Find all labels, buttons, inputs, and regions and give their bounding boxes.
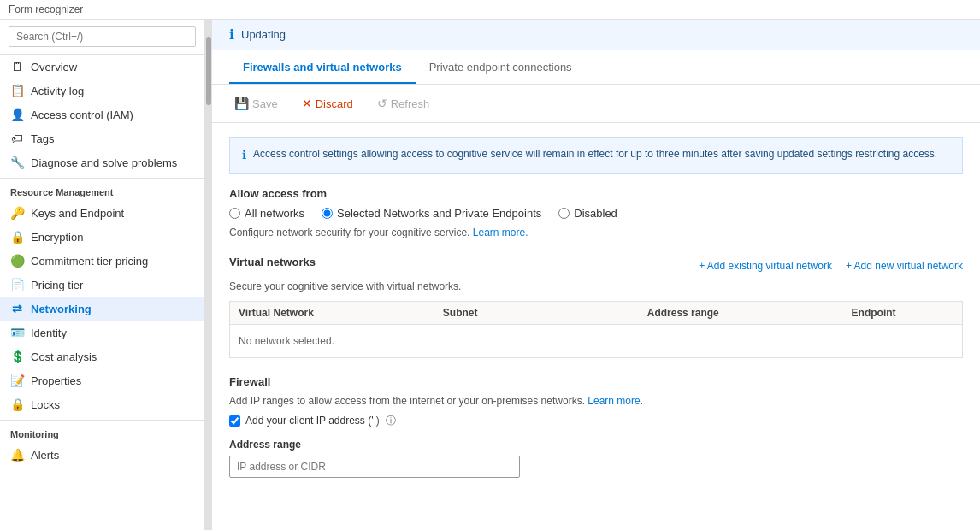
sidebar-item-label: Tags <box>31 132 54 145</box>
update-info-icon: ℹ <box>229 26 234 43</box>
identity-icon: 🪪 <box>10 326 24 339</box>
firewall-title: Firewall <box>229 375 963 388</box>
sidebar-item-keys-endpoint[interactable]: 🔑 Keys and Endpoint <box>0 201 204 225</box>
sidebar-item-label: Cost analysis <box>31 350 97 363</box>
save-icon: 💾 <box>234 97 249 110</box>
sidebar-item-label: Properties <box>31 374 81 387</box>
client-ip-row: Add your client IP address (' ) ⓘ <box>229 414 963 428</box>
search-input[interactable] <box>9 26 196 47</box>
sidebar-item-label: Networking <box>31 303 92 315</box>
tabs-bar: Firewalls and virtual networks Private e… <box>212 50 980 85</box>
info-icon: ℹ <box>242 146 246 164</box>
sidebar-item-locks[interactable]: 🔒 Locks <box>0 392 204 416</box>
commitment-tier-icon: 🟢 <box>10 254 24 268</box>
tab-firewalls[interactable]: Firewalls and virtual networks <box>229 50 416 84</box>
client-ip-label: Add your client IP address (' ) ⓘ <box>245 414 396 428</box>
resource-management-label: Resource Management <box>0 178 204 201</box>
tab-private-endpoints[interactable]: Private endpoint connections <box>416 50 586 84</box>
ip-address-input[interactable] <box>229 456 520 478</box>
no-network-message: No network selected. <box>239 335 334 347</box>
pricing-tier-icon: 📄 <box>10 278 24 292</box>
breadcrumb: Form recognizer <box>9 3 83 15</box>
sidebar-item-label: Diagnose and solve problems <box>31 156 177 169</box>
locks-icon: 🔒 <box>10 398 24 411</box>
radio-all-networks[interactable]: All networks <box>229 207 304 220</box>
sidebar-item-label: Locks <box>31 398 60 411</box>
client-ip-checkbox[interactable] <box>229 415 240 427</box>
radio-group: All networks Selected Networks and Priva… <box>229 207 963 220</box>
content-body: ℹ Access control settings allowing acces… <box>212 123 980 530</box>
col-address-range: Address range <box>647 307 852 319</box>
cost-analysis-icon: 💲 <box>10 350 24 363</box>
learn-more-link[interactable]: Learn more. <box>473 227 528 238</box>
sidebar-item-commitment-tier[interactable]: 🟢 Commitment tier pricing <box>0 249 204 273</box>
vnet-table-body: No network selected. <box>229 324 963 358</box>
col-endpoint: Endpoint <box>852 307 953 319</box>
sidebar-item-access-control[interactable]: 👤 Access control (IAM) <box>0 103 204 127</box>
firewall-learn-more-link[interactable]: Learn more. <box>587 395 643 407</box>
firewall-section: Firewall Add IP ranges to allow access f… <box>229 375 963 478</box>
sidebar-item-activity-log[interactable]: 📋 Activity log <box>0 79 204 103</box>
col-subnet: Subnet <box>443 307 647 319</box>
sidebar-item-identity[interactable]: 🪪 Identity <box>0 321 204 344</box>
add-existing-vnet-link[interactable]: + Add existing virtual network <box>699 260 832 272</box>
sidebar-item-label: Encryption <box>31 231 83 244</box>
toolbar: 💾 Save ✕ Discard ↺ Refresh <box>212 85 980 123</box>
configure-text: Configure network security for your cogn… <box>229 227 963 238</box>
sidebar-item-label: Pricing tier <box>31 279 83 292</box>
vnet-section-title: Virtual networks <box>229 256 316 268</box>
diagnose-icon: 🔧 <box>10 156 24 169</box>
sidebar-item-properties[interactable]: 📝 Properties <box>0 368 204 392</box>
info-banner: ℹ Access control settings allowing acces… <box>229 137 963 174</box>
info-text: Access control settings allowing access … <box>253 146 937 162</box>
sidebar-item-overview[interactable]: 🗒 Overview <box>0 55 204 79</box>
update-banner: ℹ Updating <box>212 20 980 50</box>
virtual-networks-section: Virtual networks + Add existing virtual … <box>229 256 963 358</box>
vnet-links: + Add existing virtual network + Add new… <box>699 260 963 272</box>
sidebar-item-encryption[interactable]: 🔒 Encryption <box>0 225 204 249</box>
sidebar-item-diagnose[interactable]: 🔧 Diagnose and solve problems <box>0 150 204 174</box>
save-button[interactable]: 💾 Save <box>229 93 283 114</box>
sidebar-scrollbar[interactable] <box>205 20 212 530</box>
sidebar-item-cost-analysis[interactable]: 💲 Cost analysis <box>0 344 204 368</box>
sidebar-item-label: Access control (IAM) <box>31 109 133 121</box>
sidebar-item-alerts[interactable]: 🔔 Alerts <box>0 443 204 467</box>
col-virtual-network: Virtual Network <box>239 307 443 319</box>
radio-selected-networks[interactable]: Selected Networks and Private Endpoints <box>322 207 541 220</box>
keys-icon: 🔑 <box>10 206 24 220</box>
tags-icon: 🏷 <box>10 132 24 145</box>
top-bar: Form recognizer <box>0 0 980 20</box>
networking-icon: ⇄ <box>10 302 24 315</box>
radio-disabled[interactable]: Disabled <box>558 207 617 220</box>
discard-icon: ✕ <box>302 97 312 110</box>
sidebar-item-networking[interactable]: ⇄ Networking <box>0 297 204 321</box>
sidebar-search-container <box>0 20 204 55</box>
overview-icon: 🗒 <box>10 60 24 74</box>
firewall-desc: Add IP ranges to allow access from the i… <box>229 395 963 407</box>
alerts-icon: 🔔 <box>10 448 24 462</box>
allow-access-section: Allow access from All networks Selected … <box>229 187 963 238</box>
vnet-header-left: Virtual networks <box>229 256 316 275</box>
allow-access-label: Allow access from <box>229 187 963 200</box>
add-new-vnet-link[interactable]: + Add new virtual network <box>846 260 963 272</box>
sidebar: 🗒 Overview 📋 Activity log 👤 Access contr… <box>0 20 205 530</box>
encryption-icon: 🔒 <box>10 230 24 244</box>
activity-log-icon: 📋 <box>10 84 24 97</box>
refresh-icon: ↺ <box>377 97 387 110</box>
vnet-desc: Secure your cognitive service with virtu… <box>229 280 963 292</box>
access-control-icon: 👤 <box>10 108 24 121</box>
scrollbar-thumb <box>206 37 211 105</box>
sidebar-item-label: Identity <box>31 327 67 339</box>
sidebar-item-pricing-tier[interactable]: 📄 Pricing tier <box>0 273 204 297</box>
sidebar-item-label: Keys and Endpoint <box>31 207 124 220</box>
properties-icon: 📝 <box>10 374 24 387</box>
discard-button[interactable]: ✕ Discard <box>297 93 358 114</box>
refresh-button[interactable]: ↺ Refresh <box>372 93 435 114</box>
address-range-label: Address range <box>229 439 963 450</box>
vnet-table-header: Virtual Network Subnet Address range End… <box>229 301 963 324</box>
update-text: Updating <box>241 28 286 41</box>
sidebar-item-tags[interactable]: 🏷 Tags <box>0 127 204 150</box>
vnet-header: Virtual networks + Add existing virtual … <box>229 256 963 275</box>
sidebar-item-label: Overview <box>31 61 77 74</box>
sidebar-item-label: Commitment tier pricing <box>31 255 148 268</box>
